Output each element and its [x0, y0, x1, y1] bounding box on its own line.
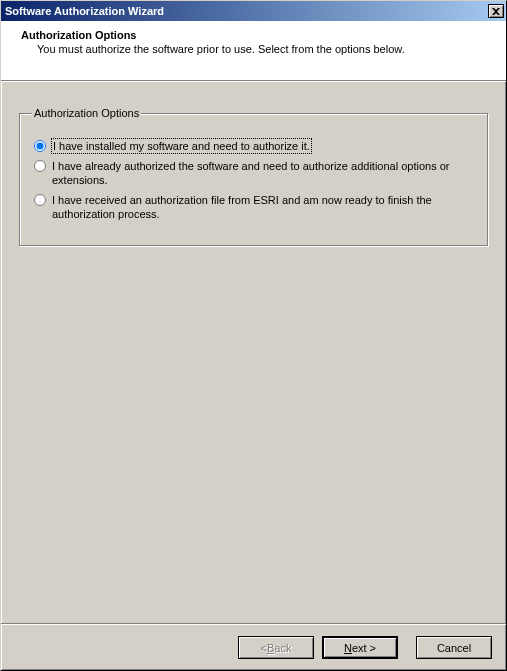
close-icon: [492, 8, 500, 15]
group-legend: Authorization Options: [32, 107, 141, 119]
option-received-file[interactable]: I have received an authorization file fr…: [32, 193, 475, 221]
content-area: Authorization Options I have installed m…: [1, 81, 506, 624]
radio-additional-extensions[interactable]: [34, 160, 46, 172]
authorization-options-group: Authorization Options I have installed m…: [19, 107, 488, 246]
radio-received-file[interactable]: [34, 194, 46, 206]
page-title: Authorization Options: [21, 29, 486, 41]
page-subtitle: You must authorize the software prior to…: [21, 41, 486, 55]
next-button[interactable]: Next >: [322, 636, 398, 659]
window-title: Software Authorization Wizard: [5, 5, 486, 17]
cancel-button[interactable]: Cancel: [416, 636, 492, 659]
button-row: < Back Next > Cancel: [1, 624, 506, 670]
option-label: I have installed my software and need to…: [52, 139, 311, 153]
close-button[interactable]: [488, 4, 504, 18]
back-button: < Back: [238, 636, 314, 659]
option-label: I have already authorized the software a…: [52, 159, 475, 187]
wizard-window: Software Authorization Wizard Authorizat…: [0, 0, 507, 671]
radio-install-authorize[interactable]: [34, 140, 46, 152]
header-panel: Authorization Options You must authorize…: [1, 21, 506, 81]
option-additional-extensions[interactable]: I have already authorized the software a…: [32, 159, 475, 187]
option-label: I have received an authorization file fr…: [52, 193, 475, 221]
titlebar: Software Authorization Wizard: [1, 1, 506, 21]
option-install-authorize[interactable]: I have installed my software and need to…: [32, 139, 475, 153]
